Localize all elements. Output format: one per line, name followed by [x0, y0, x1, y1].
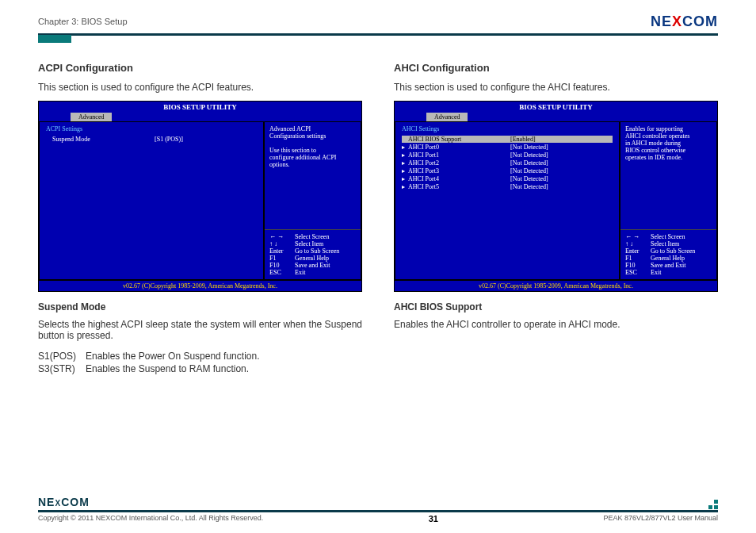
key-name: Enter	[625, 247, 651, 255]
bios-section-header: AHCI Settings	[402, 125, 613, 132]
bios-key-row: F1General Help	[625, 255, 712, 262]
bios-help-line: Use this section to	[269, 147, 356, 154]
bios-footer: v02.67 (C)Copyright 1985-2009, American …	[39, 280, 361, 291]
key-action: Select Screen	[295, 233, 329, 240]
key-name: ESC	[269, 269, 295, 276]
footer-line: Copyright © 2011 NEXCOM International Co…	[38, 514, 718, 523]
bios-tab-advanced: Advanced	[71, 113, 112, 121]
bios-key-legend: ← →Select Screen↑ ↓Select ItemEnterGo to…	[265, 229, 361, 279]
option-desc: Enables the Suspend to RAM function.	[86, 363, 249, 374]
bios-key-row: EnterGo to Sub Screen	[269, 247, 356, 255]
option-key: S3(STR)	[38, 363, 86, 374]
bios-row-value: [Not Detected]	[510, 175, 613, 182]
option-key: S1(POS)	[38, 351, 86, 362]
bios-title: BIOS SETUP UTILITY	[395, 102, 717, 113]
key-name: F10	[625, 262, 651, 269]
bios-row-value: [Not Detected]	[510, 167, 613, 174]
triangle-icon: ▸	[402, 175, 408, 182]
bios-row: ▸AHCI Port4[Not Detected]	[402, 175, 613, 182]
page-number: 31	[429, 514, 438, 523]
page-footer: NEXCOM Copyright © 2011 NEXCOM Internati…	[38, 496, 718, 523]
bios-row-label: AHCI Port1	[408, 151, 510, 159]
key-name: ↑ ↓	[269, 240, 295, 247]
bios-row: ▸AHCI Port2[Not Detected]	[402, 159, 613, 167]
bios-help-text: Enables for supportingAHCI controller op…	[620, 122, 716, 229]
bios-section-header: ACPI Settings	[46, 125, 257, 132]
triangle-icon: ▸	[402, 151, 408, 159]
key-name: ← →	[269, 233, 295, 240]
bios-key-row: ESCExit	[269, 269, 356, 276]
bios-key-row: F1General Help	[269, 255, 356, 262]
bios-help-line	[269, 140, 356, 147]
ahci-intro: This section is used to configure the AH…	[394, 82, 718, 93]
right-column: AHCI Configuration This section is used …	[394, 62, 718, 376]
key-name: F1	[269, 255, 295, 262]
bios-left-pane: ACPI Settings Suspend Mode[S1 (POS)]	[39, 121, 264, 280]
bios-row-label: AHCI BIOS Support	[408, 136, 510, 143]
bios-row: ▸AHCI Port0[Not Detected]	[402, 144, 613, 151]
key-action: General Help	[651, 255, 685, 262]
triangle-icon	[402, 136, 408, 143]
bios-help-text: Advanced ACPIConfiguration settings Use …	[265, 122, 361, 229]
bios-help-line: in AHCI mode during	[625, 140, 712, 147]
copyright-text: Copyright © 2011 NEXCOM International Co…	[38, 514, 263, 523]
bios-key-row: ↑ ↓Select Item	[269, 240, 356, 247]
bios-key-row: ESCExit	[625, 269, 712, 276]
key-action: Exit	[295, 269, 305, 276]
bios-key-row: ← →Select Screen	[269, 233, 356, 240]
key-action: Select Screen	[651, 233, 685, 240]
bios-key-row: F10Save and Exit	[625, 262, 712, 269]
bios-help-line: operates in IDE mode.	[625, 154, 712, 161]
footer-rule	[38, 510, 718, 512]
bios-help-line: BIOS control otherwise	[625, 147, 712, 154]
bios-rows-ahci: AHCI BIOS Support[Enabled]▸AHCI Port0[No…	[402, 136, 613, 190]
bios-row: AHCI BIOS Support[Enabled]	[402, 136, 613, 143]
key-action: Go to Sub Screen	[651, 247, 695, 255]
bios-row-value: [Not Detected]	[510, 159, 613, 167]
bios-row-value: [Not Detected]	[510, 144, 613, 151]
triangle-icon: ▸	[402, 167, 408, 174]
bios-key-row: ← →Select Screen	[625, 233, 712, 240]
bios-row-label: Suspend Mode	[52, 136, 155, 143]
option-line: S3(STR)Enables the Suspend to RAM functi…	[38, 363, 362, 374]
bios-row-label: AHCI Port0	[408, 144, 510, 151]
left-column: ACPI Configuration This section is used …	[38, 62, 362, 376]
bios-help-line: Advanced ACPI	[269, 125, 356, 132]
nexcom-logo: NEXCOM	[651, 13, 718, 30]
key-action: Go to Sub Screen	[295, 247, 339, 255]
ahci-bios-support-desc: Enables the AHCI controller to operate i…	[394, 319, 718, 330]
bios-row: Suspend Mode[S1 (POS)]	[46, 136, 257, 143]
bios-row: ▸AHCI Port3[Not Detected]	[402, 167, 613, 174]
bios-help-line: Configuration settings	[269, 132, 356, 140]
key-action: Exit	[651, 269, 661, 276]
key-name: ESC	[625, 269, 651, 276]
ahci-bios-support-heading: AHCI BIOS Support	[394, 301, 718, 313]
key-name: ← →	[625, 233, 651, 240]
bios-help-line: Enables for supporting	[625, 125, 712, 132]
bios-right-pane: Enables for supportingAHCI controller op…	[620, 121, 717, 280]
bios-key-row: EnterGo to Sub Screen	[625, 247, 712, 255]
content-columns: ACPI Configuration This section is used …	[38, 62, 718, 376]
triangle-icon	[46, 136, 52, 143]
triangle-icon: ▸	[402, 159, 408, 167]
bios-row-label: AHCI Port2	[408, 159, 510, 167]
bios-row-value: [Not Detected]	[510, 151, 613, 159]
bios-tab-advanced: Advanced	[426, 113, 468, 121]
bios-help-line: configure additional ACPI	[269, 154, 356, 161]
acpi-intro: This section is used to configure the AC…	[38, 82, 362, 93]
bios-row-label: AHCI Port4	[408, 175, 510, 182]
option-line: S1(POS)Enables the Power On Suspend func…	[38, 351, 362, 362]
bios-row: ▸AHCI Port1[Not Detected]	[402, 151, 613, 159]
acpi-heading: ACPI Configuration	[38, 62, 362, 74]
ahci-heading: AHCI Configuration	[394, 62, 718, 74]
bios-key-row: ↑ ↓Select Item	[625, 240, 712, 247]
bios-help-line: AHCI controller operates	[625, 132, 712, 140]
bios-row-label: AHCI Port3	[408, 167, 510, 174]
key-name: Enter	[269, 247, 295, 255]
bios-title: BIOS SETUP UTILITY	[39, 102, 361, 113]
triangle-icon: ▸	[402, 144, 408, 151]
key-action: Save and Exit	[651, 262, 685, 269]
header-rule	[38, 33, 718, 36]
bios-screenshot-acpi: BIOS SETUP UTILITY Advanced ACPI Setting…	[38, 101, 362, 292]
key-action: Select Item	[651, 240, 679, 247]
